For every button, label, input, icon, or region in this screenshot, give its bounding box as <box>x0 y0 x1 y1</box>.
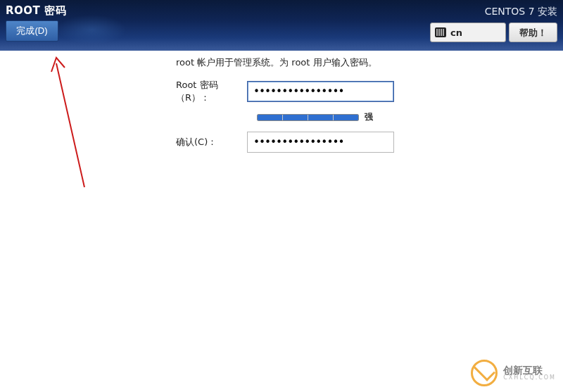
watermark-icon <box>471 360 498 386</box>
keyboard-layout-code: cn <box>450 27 462 38</box>
done-button[interactable]: 完成(D) <box>6 20 58 42</box>
confirm-row: 确认(C)： <box>176 132 394 153</box>
watermark-text: 创新互联 CXHLCQ.COM <box>503 365 556 381</box>
root-password-input[interactable] <box>247 81 394 102</box>
header-right: CENTOS 7 安装 cn 帮助！ <box>430 4 557 42</box>
password-strength-label: 强 <box>365 111 373 123</box>
header-left: ROOT 密码 完成(D) <box>6 4 66 42</box>
watermark-logo: 创新互联 CXHLCQ.COM <box>471 360 556 386</box>
keyboard-layout-selector[interactable]: cn <box>430 23 506 42</box>
password-strength-row: 强 <box>257 111 394 123</box>
install-title: CENTOS 7 安装 <box>485 6 557 18</box>
watermark-sub: CXHLCQ.COM <box>503 375 556 381</box>
password-label: Root 密码（R）： <box>176 79 247 104</box>
lang-help-row: cn 帮助！ <box>430 23 557 42</box>
confirm-label: 确认(C)： <box>176 136 247 148</box>
password-strength-meter <box>257 114 359 121</box>
installer-header: ROOT 密码 完成(D) CENTOS 7 安装 cn 帮助！ <box>0 0 563 51</box>
form-description: root 帐户用于管理系统。为 root 用户输入密码。 <box>176 56 394 69</box>
keyboard-icon <box>435 27 446 37</box>
svg-line-0 <box>56 63 84 187</box>
root-password-form: root 帐户用于管理系统。为 root 用户输入密码。 Root 密码（R）：… <box>176 56 394 160</box>
help-button[interactable]: 帮助！ <box>509 23 557 42</box>
annotation-arrow <box>49 55 91 189</box>
password-row: Root 密码（R）： <box>176 79 394 104</box>
page-title: ROOT 密码 <box>6 4 66 18</box>
confirm-password-input[interactable] <box>247 132 394 153</box>
